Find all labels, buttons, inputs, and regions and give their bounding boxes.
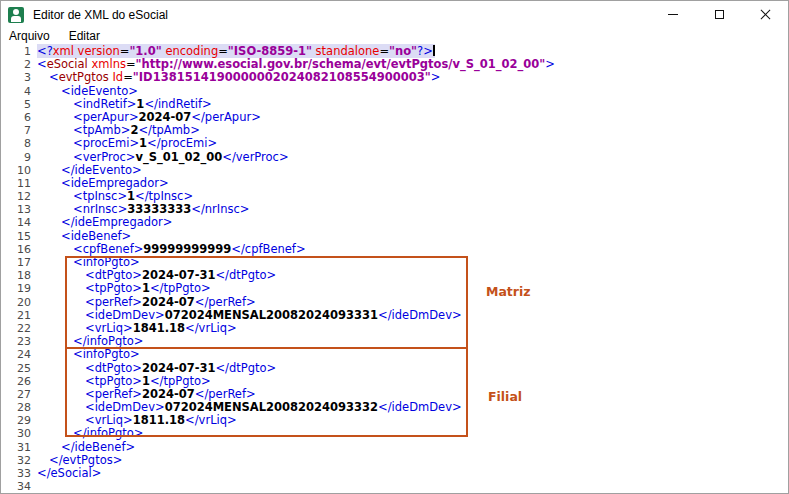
title-bar: Editor de XML do eSocial [1, 1, 788, 28]
code-token: 072024MENSAL20082024093331 [165, 308, 378, 322]
code-token: </tpPgto> [150, 374, 211, 388]
code-token: <infoPgto> [73, 347, 140, 361]
line-number: 16 [1, 243, 37, 256]
code-token: <dtPgto> [85, 268, 142, 282]
close-button[interactable] [742, 1, 788, 28]
code-token: eSocial [47, 57, 88, 71]
code-token: </ideDmDev> [378, 400, 462, 414]
code-token: </ideBenef> [61, 440, 135, 454]
xml-editor[interactable]: 1<?xml version="1.0" encoding="ISO-8859-… [1, 44, 788, 493]
matriz-label: Matriz [486, 284, 531, 299]
code-token: 33333333 [127, 202, 191, 216]
code-token: "1.0" [129, 44, 161, 58]
code-token: = [218, 44, 228, 58]
code-token: 1 [127, 189, 135, 203]
line-number: 28 [1, 401, 37, 414]
filial-label: Filial [488, 389, 522, 404]
code-token: <dtPgto> [85, 361, 142, 375]
code-token: < [37, 57, 47, 71]
code-token: </tpInsc> [135, 189, 193, 203]
code-token: <perRef> [85, 387, 142, 401]
code-token: <ideEmpregador> [61, 176, 169, 190]
code-token: "http://www.esocial.gov.br/schema/evt/ev… [136, 57, 546, 71]
code-token: Id [109, 70, 123, 84]
code-token: "ID1381514190000002024082108554900003" [133, 70, 431, 84]
code-token: </evtPgtos> [49, 453, 122, 467]
code-token: </infoPgto> [73, 426, 144, 440]
menu-item-editar[interactable]: Editar [69, 29, 107, 43]
code-token: = [379, 44, 389, 58]
code-token: 1 [142, 374, 150, 388]
minimize-button[interactable] [650, 1, 696, 28]
code-token: <procEmi> [73, 136, 139, 150]
code-token: <verProc> [73, 150, 135, 164]
code-token: = [126, 57, 136, 71]
maximize-icon [715, 10, 724, 19]
code-token: </vrLiq> [185, 413, 237, 427]
line-number: 11 [1, 177, 37, 190]
code-token: </indRetif> [144, 97, 211, 111]
maximize-button[interactable] [696, 1, 742, 28]
line-number: 25 [1, 362, 37, 375]
line-number: 33 [1, 467, 37, 480]
code-token: v_S_01_02_00 [135, 150, 222, 164]
code-line[interactable]: 34 [1, 480, 788, 493]
line-number: 3 [1, 71, 37, 84]
code-token: <ideDmDev> [85, 308, 165, 322]
line-number: 31 [1, 441, 37, 454]
line-number: 23 [1, 335, 37, 348]
line-number: 27 [1, 388, 37, 401]
line-number: 4 [1, 85, 37, 98]
code-token: 072024MENSAL20082024093332 [165, 400, 378, 414]
code-token: <tpInsc> [73, 189, 127, 203]
code-token: <vrLiq> [85, 321, 133, 335]
line-number: 22 [1, 322, 37, 335]
line-number: 29 [1, 414, 37, 427]
menu-item-arquivo[interactable]: Arquivo [9, 29, 57, 43]
line-number: 10 [1, 164, 37, 177]
line-number: 34 [1, 480, 37, 493]
code-token: </perRef> [195, 387, 256, 401]
line-number: 30 [1, 427, 37, 440]
code-token: 2024-07-31 [142, 361, 216, 375]
code-token: 2024-07 [139, 110, 192, 124]
text-caret [433, 45, 435, 56]
code-token: </verProc> [222, 150, 288, 164]
line-number: 24 [1, 348, 37, 361]
code-token: encoding [162, 44, 218, 58]
line-number: 17 [1, 256, 37, 269]
line-number: 13 [1, 203, 37, 216]
line-number: 21 [1, 309, 37, 322]
code-token: = [123, 70, 133, 84]
code-token: </ideEmpregador> [61, 215, 172, 229]
code-token: <ideEvento> [61, 84, 138, 98]
code-token: xml version [53, 44, 120, 58]
line-number: 7 [1, 124, 37, 137]
minimize-icon [668, 14, 678, 15]
code-token: </tpPgto> [150, 281, 211, 295]
code-token: <? [37, 44, 53, 58]
code-token: </infoPgto> [73, 334, 144, 348]
close-icon [760, 9, 771, 20]
code-token: 1 [142, 281, 150, 295]
code-token: standalone [312, 44, 379, 58]
code-token: > [545, 57, 555, 71]
line-number: 20 [1, 296, 37, 309]
code-line[interactable]: 33</eSocial> [1, 467, 788, 480]
line-number: 15 [1, 230, 37, 243]
code-token: <ideDmDev> [85, 400, 165, 414]
code-token: <tpPgto> [85, 281, 142, 295]
line-number: 8 [1, 137, 37, 150]
line-number: 1 [1, 45, 37, 58]
code-token: <perRef> [85, 295, 142, 309]
code-line[interactable]: 32</evtPgtos> [1, 454, 788, 467]
code-token: 99999999999 [143, 242, 231, 256]
window-controls [650, 1, 788, 28]
line-number: 12 [1, 190, 37, 203]
code-token: </dtPgto> [215, 268, 276, 282]
menu-bar: Arquivo Editar [1, 28, 788, 44]
code-token: </tpAmb> [138, 123, 199, 137]
code-token: </procEmi> [147, 136, 217, 150]
code-token: 2024-07 [142, 295, 195, 309]
code-token: <indRetif> [73, 97, 136, 111]
